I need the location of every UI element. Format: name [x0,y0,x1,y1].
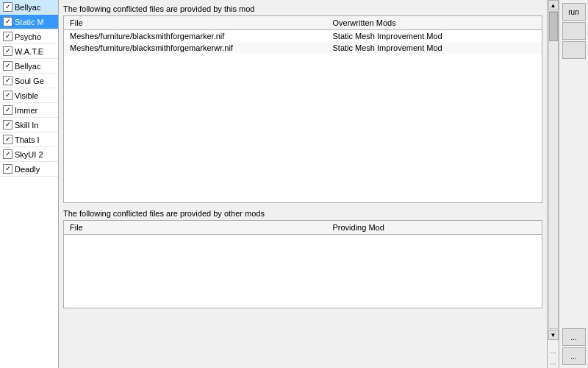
mod-list-item[interactable]: SkyUI 2 [0,147,58,162]
bottom-conflict-table: File Providing Mod [64,221,542,235]
mod-checkbox-icon[interactable] [3,61,12,71]
mod-name-label: SkyUI 2 [15,150,43,159]
top-file-col-header: File [64,16,327,30]
mod-list-item[interactable]: Static M [0,15,58,29]
top-table-body: Meshes/furniture/blacksmithforgemarker.n… [64,30,542,54]
scrollbar-thumb[interactable] [549,12,558,41]
top-mod-col-header: Overwritten Mods [327,16,542,30]
mod-list: BellyacStatic MPsychoW.A.T.EBellyacSoul … [0,0,58,177]
action-buttons-panel: run ... ... [559,0,588,368]
mod-checkbox-icon[interactable] [3,135,12,144]
action-btn-2[interactable] [562,41,586,59]
file-cell: Meshes/furniture/blacksmithforgemarker.n… [64,30,327,43]
top-section-label: The following conflicted files are provi… [63,4,542,13]
mod-list-panel: BellyacStatic MPsychoW.A.T.EBellyacSoul … [0,0,59,368]
mod-list-item[interactable]: Soul Ge [0,74,58,88]
run-button[interactable]: run [562,3,586,21]
mod-list-item[interactable]: Skill In [0,118,58,132]
mod-name-label: Immer [15,106,37,115]
sidebar-bottom-dots: ... ... [549,346,558,368]
mod-name-label: Skill In [15,121,38,130]
mod-cell: Static Mesh Improvement Mod [327,42,542,54]
mod-list-item[interactable]: Bellyac [0,0,58,15]
table-row[interactable]: Meshes/furniture/blacksmithforgemarkerwr… [64,42,542,54]
mod-checkbox-icon[interactable] [3,164,12,174]
content-wrapper: The following conflicted files are provi… [59,0,559,368]
mod-name-label: Bellyac [15,3,40,12]
mod-name-label: Soul Ge [15,77,44,85]
bottom-section-label: The following conflicted files are provi… [63,209,542,218]
mod-list-item[interactable]: Deadly [0,162,58,177]
mod-list-item[interactable]: W.A.T.E [0,44,58,59]
top-conflict-table: File Overwritten Mods Meshes/furniture/b… [64,16,542,54]
mod-cell: Static Mesh Improvement Mod [327,30,542,43]
bottom-file-col-header: File [64,221,327,235]
mod-list-item[interactable]: Immer [0,103,58,118]
scrollbar-track[interactable] [548,11,559,329]
ellipsis-btn-1[interactable]: ... [549,346,558,357]
mod-checkbox-icon[interactable] [3,2,12,12]
mod-checkbox-icon[interactable] [3,17,12,26]
mod-checkbox-icon[interactable] [3,76,12,85]
bottom-mod-col-header: Providing Mod [327,221,542,235]
mod-list-item[interactable]: Psycho [0,29,58,44]
mod-checkbox-icon[interactable] [3,91,12,100]
file-cell: Meshes/furniture/blacksmithforgemarkerwr… [64,42,327,54]
mod-checkbox-icon[interactable] [3,32,12,41]
right-scrollbar: ▲ ▼ ... ... [547,0,559,368]
table-row[interactable]: Meshes/furniture/blacksmithforgemarker.n… [64,30,542,43]
mod-list-item[interactable]: Bellyac [0,59,58,74]
mod-checkbox-icon[interactable] [3,120,12,130]
ellipsis-action-btn-2[interactable]: ... [562,347,586,365]
action-btn-1[interactable] [562,22,586,40]
mod-list-item[interactable]: Thats I [0,132,58,147]
mod-list-item[interactable]: Visible [0,88,58,103]
ellipsis-action-btn-1[interactable]: ... [562,328,586,346]
mod-name-label: Visible [15,91,38,100]
mod-name-label: Thats I [15,135,40,144]
mod-checkbox-icon[interactable] [3,105,12,115]
mod-name-label: Static M [15,18,44,26]
top-section: The following conflicted files are provi… [63,4,542,203]
mod-name-label: Bellyac [15,62,40,71]
mod-checkbox-icon[interactable] [3,149,12,159]
mod-name-label: Psycho [15,32,41,41]
scroll-up-btn[interactable]: ▲ [548,0,559,10]
top-table-header-row: File Overwritten Mods [64,16,542,30]
mod-checkbox-icon[interactable] [3,46,12,56]
bottom-table-container: File Providing Mod [63,220,542,308]
top-table-container: File Overwritten Mods Meshes/furniture/b… [63,15,542,203]
ellipsis-btn-2[interactable]: ... [549,357,558,368]
bottom-section: The following conflicted files are provi… [63,209,542,308]
scroll-down-btn[interactable]: ▼ [548,330,559,340]
bottom-table-header-row: File Providing Mod [64,221,542,235]
mod-name-label: W.A.T.E [15,47,43,56]
mod-name-label: Deadly [15,165,40,174]
conflict-area: The following conflicted files are provi… [59,0,547,368]
